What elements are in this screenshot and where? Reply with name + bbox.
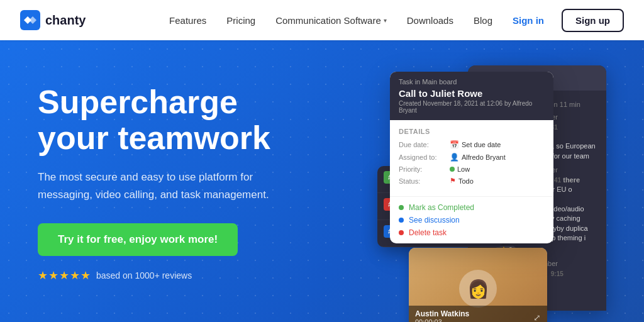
hero-subtitle: The most secure and easy to use platform… (38, 169, 302, 203)
task-body: DETAILS Due date: 📅 Set due date Assigne… (390, 120, 553, 196)
nav-links: Features Pricing Communication Software … (162, 9, 624, 32)
task-actions: Mark as Completed See discussion Delete … (390, 196, 553, 243)
hero-section: Supercharge your teamwork The most secur… (0, 40, 644, 322)
nav-item-pricing[interactable]: Pricing (219, 10, 263, 31)
action-discussion[interactable]: See discussion (399, 216, 545, 225)
hero-screenshots: Task in Main board Call to Juliet Rowe C… (377, 65, 606, 322)
star-rating: ★★★★★ (38, 269, 91, 282)
expand-icon[interactable]: ⤢ (533, 313, 541, 322)
details-label: DETAILS (399, 128, 545, 135)
logo[interactable]: chanty (20, 10, 86, 30)
due-date-val: 📅 Set due date (450, 140, 501, 149)
logo-text: chanty (45, 13, 86, 28)
video-name: Austin Watkins (415, 309, 469, 318)
task-modal: Task in Main board Call to Juliet Rowe C… (390, 72, 553, 243)
nav-item-communication[interactable]: Communication Software ▾ (268, 10, 394, 31)
flag-icon: ⚑ (450, 177, 456, 185)
nav-link-signin[interactable]: Sign in (505, 10, 552, 31)
nav-item-blog[interactable]: Blog (466, 10, 500, 31)
task-title: Call to Juliet Rowe (399, 88, 545, 99)
discussion-dot (399, 218, 404, 223)
action-delete[interactable]: Delete task (399, 228, 545, 237)
person-avatar: 👩 (459, 270, 497, 308)
task-modal-header: Task in Main board Call to Juliet Rowe C… (390, 72, 553, 120)
assigned-row: Assigned to: 👤 Alfredo Bryant (399, 153, 545, 162)
action-delete-label: Delete task (409, 228, 447, 237)
nav-item-features[interactable]: Features (162, 10, 214, 31)
status-val: ⚑ Todo (450, 177, 474, 185)
nav-item-downloads[interactable]: Downloads (399, 10, 461, 31)
cta-button[interactable]: Try it for free, enjoy work more! (38, 223, 238, 256)
board-label: Task in Main board (399, 78, 545, 86)
delete-dot (399, 230, 404, 235)
due-date-key: Due date: (399, 141, 446, 148)
video-info: Austin Watkins 00:00:03 ⤢ (409, 306, 547, 322)
action-discussion-label: See discussion (409, 216, 460, 225)
nav-item-signup[interactable]: Sign up (557, 9, 624, 32)
nav-link-downloads[interactable]: Downloads (399, 10, 461, 31)
video-panel: 👩 Austin Watkins 00:00:03 ⤢ (409, 248, 547, 322)
reviews-row: ★★★★★ based on 1000+ reviews (38, 269, 352, 282)
nav-link-blog[interactable]: Blog (466, 10, 500, 31)
hero-content: Supercharge your teamwork The most secur… (38, 65, 352, 282)
complete-dot (399, 205, 404, 210)
video-person-info: Austin Watkins 00:00:03 (415, 309, 469, 322)
video-time: 00:00:03 (415, 318, 469, 322)
calendar-icon: 📅 (450, 140, 459, 149)
priority-val: Low (450, 165, 470, 173)
reviews-text: based on 1000+ reviews (96, 270, 192, 280)
hero-title: Supercharge your teamwork (38, 84, 352, 156)
there-badge: there (563, 176, 580, 184)
assigned-key: Assigned to: (399, 153, 446, 161)
status-row: Status: ⚑ Todo (399, 177, 545, 185)
nav-link-features[interactable]: Features (162, 10, 214, 31)
logo-icon (20, 10, 40, 30)
action-complete-label: Mark as Completed (409, 203, 474, 212)
nav-item-signin[interactable]: Sign in (505, 10, 552, 31)
signup-button[interactable]: Sign up (562, 9, 624, 32)
action-complete[interactable]: Mark as Completed (399, 203, 545, 212)
due-date-row: Due date: 📅 Set due date (399, 140, 545, 149)
nav-link-communication[interactable]: Communication Software ▾ (268, 10, 394, 31)
chevron-down-icon: ▾ (384, 17, 387, 24)
status-key: Status: (399, 177, 446, 185)
task-created: Created November 18, 2021 at 12:06 by Al… (399, 100, 545, 114)
assigned-val: 👤 Alfredo Bryant (450, 153, 506, 162)
priority-row: Priority: Low (399, 165, 545, 173)
person-icon: 👤 (450, 153, 459, 162)
navbar: chanty Features Pricing Communication So… (0, 0, 644, 40)
priority-dot (450, 167, 455, 172)
priority-key: Priority: (399, 165, 446, 173)
nav-link-pricing[interactable]: Pricing (219, 10, 263, 31)
